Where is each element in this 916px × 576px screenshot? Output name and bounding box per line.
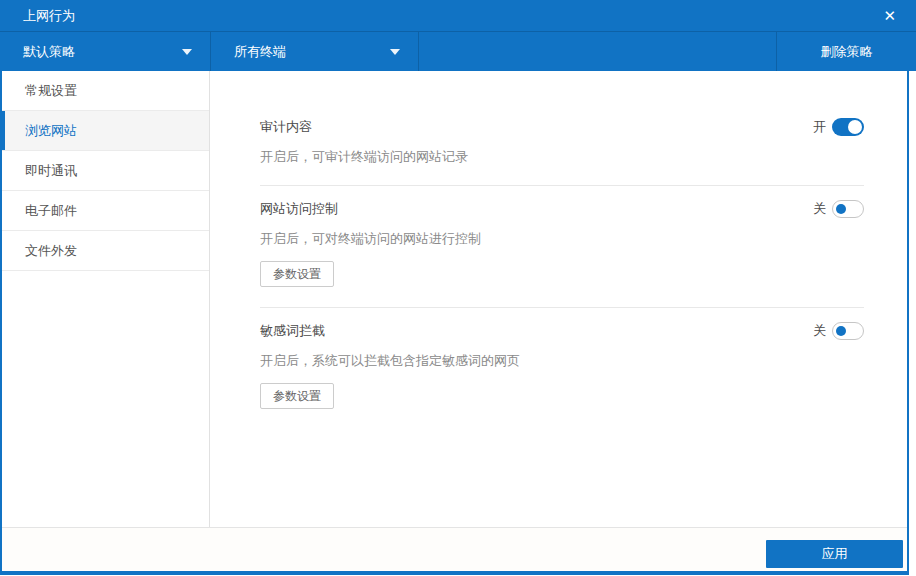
setting-title: 敏感词拦截	[260, 322, 325, 340]
internet-behavior-window: 上网行为 ✕ 默认策略 所有终端 删除策略 常规设置 浏览网站 即时通讯 电子邮…	[0, 0, 916, 576]
setting-description: 开启后，系统可以拦截包含指定敏感词的网页	[260, 352, 864, 369]
toggle-knob	[836, 326, 846, 336]
params-settings-button[interactable]: 参数设置	[260, 261, 334, 287]
sidebar-item-file-outgoing[interactable]: 文件外发	[2, 231, 209, 271]
setting-title: 审计内容	[260, 118, 312, 136]
window-title: 上网行为	[23, 7, 75, 25]
chevron-down-icon	[390, 49, 400, 55]
policy-dropdown[interactable]: 默认策略	[0, 32, 211, 71]
sidebar-item-email[interactable]: 电子邮件	[2, 191, 209, 231]
terminal-dropdown-value: 所有终端	[234, 43, 380, 61]
toggle-knob	[848, 120, 862, 134]
toggle-knob	[836, 204, 846, 214]
setting-description: 开启后，可对终端访问的网站进行控制	[260, 230, 864, 247]
setting-title: 网站访问控制	[260, 200, 338, 218]
toggle-state-label: 开	[813, 118, 826, 136]
toggle-state-label: 关	[813, 322, 826, 340]
params-settings-button[interactable]: 参数设置	[260, 383, 334, 409]
website-access-toggle[interactable]	[832, 200, 864, 218]
setting-row-sensitive-words: 敏感词拦截 关 开启后，系统可以拦截包含指定敏感词的网页 参数设置	[260, 322, 864, 409]
chevron-down-icon	[182, 49, 192, 55]
settings-panel: 审计内容 开 开启后，可审计终端访问的网站记录 网站访问控制 关	[210, 71, 907, 527]
toolbar-spacer	[419, 32, 776, 71]
apply-button[interactable]: 应用	[766, 540, 903, 568]
terminal-dropdown[interactable]: 所有终端	[211, 32, 419, 71]
setting-row-website-access-control: 网站访问控制 关 开启后，可对终端访问的网站进行控制 参数设置	[260, 200, 864, 287]
window-body: 常规设置 浏览网站 即时通讯 电子邮件 文件外发 审计内容 开	[2, 71, 907, 527]
setting-row-audit-content: 审计内容 开 开启后，可审计终端访问的网站记录	[260, 118, 864, 165]
setting-description: 开启后，可审计终端访问的网站记录	[260, 148, 864, 165]
delete-policy-button[interactable]: 删除策略	[776, 32, 916, 71]
titlebar: 上网行为 ✕	[0, 0, 916, 32]
sidebar-item-browse-websites[interactable]: 浏览网站	[2, 111, 209, 151]
footer: 应用	[2, 527, 907, 571]
audit-content-toggle[interactable]	[832, 118, 864, 136]
policy-dropdown-value: 默认策略	[23, 43, 172, 61]
window-frame: 常规设置 浏览网站 即时通讯 电子邮件 文件外发 审计内容 开	[0, 71, 909, 575]
close-icon[interactable]: ✕	[879, 6, 900, 25]
sidebar-item-instant-messaging[interactable]: 即时通讯	[2, 151, 209, 191]
sidebar-item-general-settings[interactable]: 常规设置	[2, 71, 209, 111]
toggle-state-label: 关	[813, 200, 826, 218]
toolbar: 默认策略 所有终端 删除策略	[0, 32, 916, 71]
sensitive-words-toggle[interactable]	[832, 322, 864, 340]
row-divider	[260, 307, 864, 308]
row-divider	[260, 185, 864, 186]
sidebar: 常规设置 浏览网站 即时通讯 电子邮件 文件外发	[2, 71, 210, 527]
